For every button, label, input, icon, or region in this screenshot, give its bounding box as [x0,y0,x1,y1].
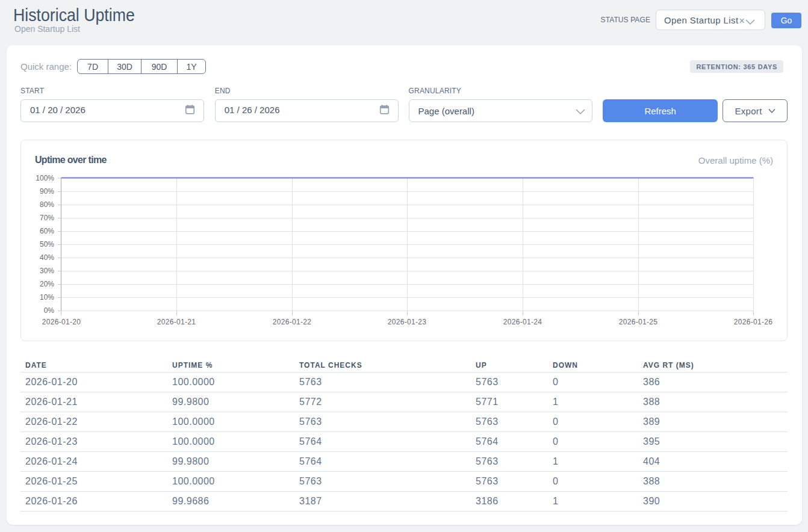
svg-text:70%: 70% [40,214,54,222]
svg-text:2026-01-26: 2026-01-26 [734,318,772,326]
svg-text:30%: 30% [40,267,54,275]
svg-text:2026-01-25: 2026-01-25 [619,318,657,326]
svg-text:2026-01-24: 2026-01-24 [503,318,542,326]
svg-text:90%: 90% [40,187,54,196]
svg-text:40%: 40% [40,253,54,262]
svg-text:0%: 0% [44,306,55,315]
svg-text:2026-01-20: 2026-01-20 [42,318,81,326]
svg-text:2026-01-22: 2026-01-22 [273,318,311,326]
svg-text:50%: 50% [40,240,54,249]
svg-text:80%: 80% [40,200,54,209]
svg-text:100%: 100% [36,174,54,182]
svg-text:2026-01-21: 2026-01-21 [157,318,196,326]
svg-text:2026-01-23: 2026-01-23 [388,318,426,326]
svg-text:60%: 60% [40,227,54,235]
svg-text:10%: 10% [40,293,54,302]
svg-text:20%: 20% [40,280,54,288]
